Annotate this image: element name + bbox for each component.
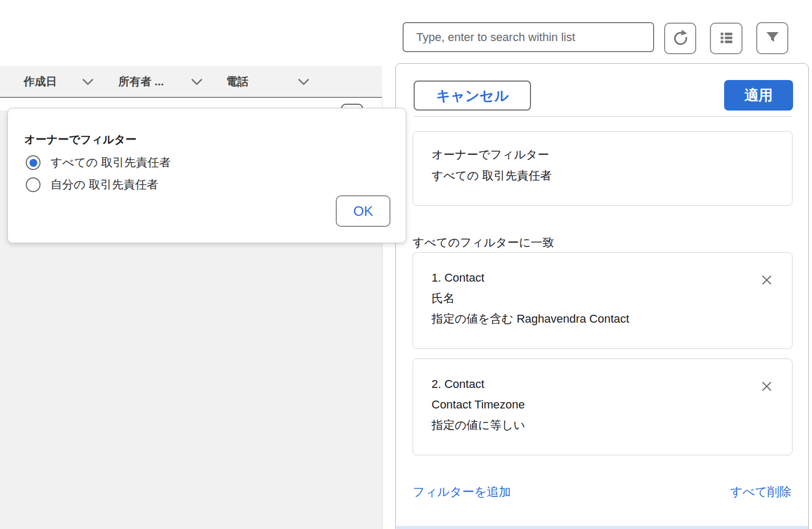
radio-option-my-contacts[interactable]: 自分の 取引先責任者 [26,177,158,192]
filter-title: 2. Contact [432,374,525,394]
owner-filter-popover: オーナーでフィルター すべての 取引先責任者 自分の 取引先責任者 OK [7,108,406,243]
filter-condition: 指定の値に等しい [432,415,525,435]
close-icon[interactable] [760,274,773,286]
radio-option-label[interactable]: すべての 取引先責任者 [51,155,171,171]
filter-funnel-icon [763,28,782,48]
filter-card-2[interactable]: 2. Contact Contact Timezone 指定の値に等しい [413,358,793,455]
close-icon[interactable] [760,380,773,393]
column-header-owner[interactable]: 所有者 ... [118,66,164,97]
popover-title: オーナーでフィルター [24,132,136,147]
radio-option-all-contacts[interactable]: すべての 取引先責任者 [26,155,171,170]
filter-title: 1. Contact [432,267,629,288]
display-as-button[interactable] [710,23,743,54]
filter-card-1[interactable]: 1. Contact 氏名 指定の値を含む Raghavendra Contac… [413,252,793,349]
cancel-button[interactable]: キャンセル [414,81,531,111]
ok-button[interactable]: OK [336,195,390,227]
radio-option-label[interactable]: 自分の 取引先責任者 [51,177,158,193]
column-header-phone[interactable]: 電話 [226,66,248,97]
refresh-button[interactable] [664,23,696,54]
filter-button[interactable] [756,22,788,54]
chevron-down-icon[interactable] [191,78,203,88]
filter-condition: 指定の値を含む Raghavendra Contact [432,308,629,329]
owner-filter-summary-card[interactable]: オーナーでフィルター すべての 取引先責任者 [413,131,793,206]
refresh-icon [671,28,690,49]
match-all-filters-heading: すべてのフィルターに一致 [413,235,554,251]
filter-field: 氏名 [432,288,629,308]
apply-button[interactable]: 適用 [724,80,793,111]
column-header-created-date[interactable]: 作成日 [24,66,57,97]
display-as-table-icon [717,28,736,49]
panel-divider [414,116,793,117]
radio-unselected-icon[interactable] [26,177,41,192]
screen: 作成日 所有者 ... 電話 [0,0,812,529]
search-input[interactable] [403,22,654,52]
owner-filter-summary-value: すべての 取引先責任者 [432,165,552,186]
chevron-down-icon[interactable] [297,78,310,88]
add-filter-link[interactable]: フィルターを追加 [413,484,511,500]
panel-footer-strip [396,526,808,529]
chevron-down-icon[interactable] [82,78,94,88]
owner-filter-summary-title: オーナーでフィルター [432,144,552,165]
remove-all-link[interactable]: すべて削除 [730,484,791,500]
list-table-header: 作成日 所有者 ... 電話 [0,66,382,98]
filter-panel: キャンセル 適用 オーナーでフィルター すべての 取引先責任者 すべてのフィルタ… [395,63,809,529]
filter-field: Contact Timezone [432,394,525,415]
radio-selected-icon[interactable] [26,155,41,170]
